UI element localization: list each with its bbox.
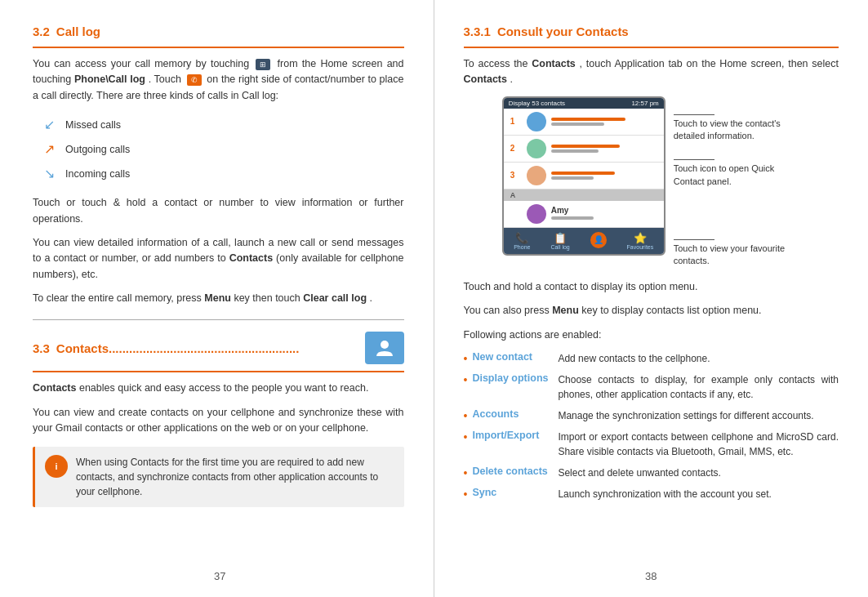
- contact-info-3: [551, 170, 657, 181]
- missed-calls-row: ↙ Missed calls: [34, 114, 403, 136]
- section-331-number: 3.3.1: [464, 25, 491, 38]
- section-33-title-group: 3.3 Contacts............................…: [33, 341, 365, 355]
- note-icon: i: [45, 455, 68, 478]
- missed-calls-label: Missed calls: [65, 114, 403, 136]
- feature-import-export: • Import/Export Import or export contact…: [464, 430, 839, 459]
- dial-icon: ✆: [187, 74, 202, 86]
- section-divider: [33, 319, 404, 320]
- phone-tab-label: Phone: [514, 244, 530, 250]
- menu-key-para: You can also press Menu key to display c…: [464, 303, 839, 319]
- feature-display-options: • Display options Choose contacts to dis…: [464, 372, 839, 402]
- section-33-header: 3.3 Contacts............................…: [33, 332, 404, 364]
- contacts-intro: Contacts enables quick and easy access t…: [33, 381, 404, 396]
- callout-line-2: [674, 159, 714, 160]
- desc-import-export: Import or export contacts between cellph…: [558, 430, 839, 459]
- feature-delete-contacts: • Delete contacts Select and delete unwa…: [464, 466, 839, 480]
- bullet-sync: •: [464, 488, 468, 501]
- outgoing-icon-cell: ↗: [34, 138, 64, 161]
- bullet-delete-contacts: •: [464, 466, 468, 479]
- bullet-display-options: •: [464, 373, 468, 386]
- phone-tab-favourites: ⭐ Favourites: [627, 232, 654, 250]
- label-sync: Sync: [472, 487, 558, 498]
- contact-row-amy: Amy: [504, 201, 664, 228]
- bullet-accounts: •: [464, 409, 468, 422]
- contact-bar-name-3: [551, 172, 615, 175]
- section-331-text: Consult your Contacts: [497, 25, 629, 38]
- missed-call-icon: ↙: [44, 118, 55, 131]
- feature-new-contact: • New contact Add new contacts to the ce…: [464, 351, 839, 366]
- call-log-intro: You can access your call memory by touch…: [33, 56, 404, 104]
- info-icon: i: [49, 459, 64, 474]
- phone-bottom-bar: 📞 Phone 📋 Call log 👤 ⭐ Favourites: [504, 228, 664, 254]
- phone-status-bar: Display 53 contacts 12:57 pm: [504, 98, 664, 109]
- label-display-options: Display options: [472, 372, 558, 384]
- svg-point-1: [381, 341, 389, 349]
- feature-list: • New contact Add new contacts to the ce…: [464, 351, 839, 501]
- callout-3: Touch to view your favourite contacts.: [674, 239, 800, 268]
- contact-info-1: [551, 116, 657, 127]
- phone-mockup-area: Display 53 contacts 12:57 pm 1 2: [464, 96, 839, 268]
- phone-icon: 📞: [515, 232, 528, 244]
- contact-avatar-amy: [527, 204, 546, 224]
- section-title-text: Call log: [56, 25, 100, 38]
- para-clear-log: To clear the entire call memory, press M…: [33, 291, 404, 306]
- bullet-new-contact: •: [464, 352, 468, 365]
- desc-delete-contacts: Select and delete unwanted contacts.: [558, 466, 720, 480]
- orange-divider-2: [33, 371, 404, 372]
- section-number: 3.2: [33, 25, 50, 38]
- contacts-tab-icon: 👤: [590, 232, 607, 248]
- feature-accounts: • Accounts Manage the synchronization se…: [464, 408, 839, 423]
- right-page-number: 38: [464, 570, 839, 582]
- calllog-icon: 📋: [554, 232, 567, 244]
- contact-row-1: 1: [504, 109, 664, 136]
- para-view-detail: You can view detailed information of a c…: [33, 235, 404, 283]
- left-page-number: 37: [33, 570, 407, 582]
- contacts-para: You can view and create contacts on your…: [33, 405, 404, 437]
- phone-tab-contacts: 👤: [590, 232, 607, 250]
- desc-new-contact: Add new contacts to the cellphone.: [558, 351, 710, 366]
- section-letter-a: A: [504, 189, 664, 201]
- contact-bar-detail-2: [551, 149, 599, 153]
- right-page: 3.3.1 Consult your Contacts To access th…: [434, 0, 869, 597]
- phone-grid-icon: ⊞: [256, 59, 270, 70]
- contact-num-1: 1: [510, 117, 520, 126]
- callout-2: Touch icon to open Quick Contact panel.: [674, 159, 800, 188]
- desc-sync: Launch synchronization with the account …: [558, 487, 772, 501]
- calllog-tab-label: Call log: [550, 244, 569, 250]
- label-new-contact: New contact: [472, 351, 558, 363]
- call-types-table: ↙ Missed calls ↗ Outgoing calls ↘ Incomi…: [33, 112, 404, 187]
- contact-bar-detail-3: [551, 176, 594, 180]
- contact-num-3: 3: [510, 171, 520, 180]
- callout-line-1: [674, 114, 714, 115]
- incoming-calls-label: Incoming calls: [65, 163, 403, 185]
- contact-bar-amy: [551, 216, 594, 220]
- contact-bar-name-1: [551, 118, 625, 121]
- contacts-icon: [365, 332, 404, 364]
- label-accounts: Accounts: [472, 408, 558, 420]
- contact-row-3: 3: [504, 163, 664, 189]
- incoming-icon-cell: ↘: [34, 163, 64, 185]
- feature-sync: • Sync Launch synchronization with the a…: [464, 487, 839, 501]
- incoming-call-icon: ↘: [44, 167, 55, 180]
- para-touch-hold: Touch or touch & hold a contact or numbe…: [33, 195, 404, 227]
- orange-divider-right: [464, 47, 839, 48]
- contact-info-2: [551, 143, 657, 154]
- contact-row-2: 2: [504, 136, 664, 163]
- desc-accounts: Manage the synchronization settings for …: [558, 408, 813, 423]
- outgoing-calls-row: ↗ Outgoing calls: [34, 138, 403, 161]
- bullet-import-export: •: [464, 430, 468, 443]
- favourites-icon: ⭐: [634, 232, 647, 244]
- contact-avatar-3: [527, 166, 546, 185]
- contact-bar-name-2: [551, 145, 621, 148]
- right-intro: To access the Contacts , touch Applicati…: [464, 56, 839, 88]
- touch-hold-para: Touch and hold a contact to display its …: [464, 279, 839, 295]
- phone-display-text: Display 53 contacts: [509, 100, 565, 107]
- section-33-number: 3.3: [33, 341, 50, 355]
- outgoing-calls-label: Outgoing calls: [65, 138, 403, 161]
- desc-display-options: Choose contacts to display, for example …: [558, 372, 839, 402]
- incoming-calls-row: ↘ Incoming calls: [34, 163, 403, 185]
- contact-avatar-1: [527, 112, 546, 131]
- missed-icon-cell: ↙: [34, 114, 64, 136]
- favourites-tab-label: Favourites: [627, 244, 654, 250]
- contact-info-amy: Amy: [551, 206, 657, 221]
